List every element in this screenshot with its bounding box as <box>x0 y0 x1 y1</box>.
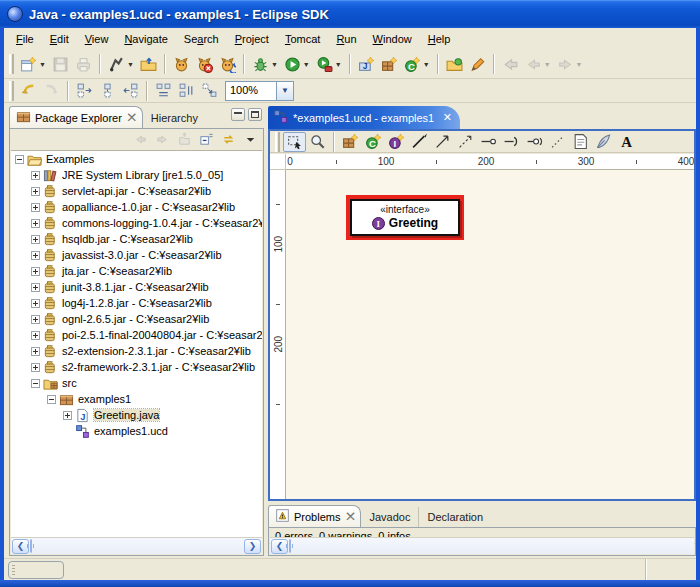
tab-examples1-ucd[interactable]: *examples1.ucd - examples1 ✕ <box>268 106 460 129</box>
print-icon[interactable] <box>72 52 95 76</box>
collapse-all-icon[interactable] <box>196 130 217 148</box>
diagram-canvas[interactable]: «interface» I Greeting <box>286 170 694 499</box>
add-package-icon[interactable] <box>339 132 362 152</box>
align-left-icon[interactable] <box>73 79 96 103</box>
tab-hierarchy[interactable]: Hierarchy <box>143 108 206 128</box>
tree-item-aopalliance-1.0.jar[interactable]: aopalliance-1.0.jar - C:¥seasar2¥lib <box>11 199 262 215</box>
distribute-v-icon[interactable] <box>175 79 198 103</box>
distribute-grid-icon[interactable] <box>198 79 221 103</box>
generalization-icon[interactable] <box>500 132 523 152</box>
toolbar-grip[interactable] <box>9 54 14 74</box>
zoom-tool-icon[interactable] <box>306 132 329 152</box>
new-wizard-icon[interactable]: ▼ <box>17 52 49 76</box>
realization-icon[interactable] <box>477 132 500 152</box>
forward-icon[interactable]: ▼ <box>554 52 586 76</box>
tree-item-s2-extension-2.3.1.jar[interactable]: s2-extension-2.3.1.jar - C:¥seasar2¥lib <box>11 343 262 359</box>
select-tool-icon[interactable] <box>283 132 306 152</box>
save-icon[interactable] <box>49 52 72 76</box>
tree-item-hsqldb.jar[interactable]: hsqldb.jar - C:¥seasar2¥lib <box>11 231 262 247</box>
menu-project[interactable]: Project <box>227 30 277 48</box>
tree-expander-icon[interactable] <box>31 219 40 228</box>
tomcat-stop-icon[interactable] <box>193 52 216 76</box>
run-external-icon[interactable]: ▼ <box>313 52 345 76</box>
menu-search[interactable]: Search <box>176 30 227 48</box>
note-icon[interactable] <box>569 132 592 152</box>
tab-javadoc[interactable]: Javadoc <box>361 507 419 527</box>
tree-item-greeting.java[interactable]: JGreeting.java <box>11 407 262 423</box>
zoom-value[interactable]: 100% <box>225 81 277 101</box>
aggregation-icon[interactable] <box>523 132 546 152</box>
tree-expander-icon[interactable] <box>31 203 40 212</box>
association-icon[interactable] <box>408 132 431 152</box>
menu-file[interactable]: File <box>8 30 42 48</box>
mark-pen-icon[interactable] <box>466 52 489 76</box>
scrollbar-thumb[interactable] <box>289 539 291 553</box>
tree-item-jta.jar[interactable]: jta.jar - C:¥seasar2¥lib <box>11 263 262 279</box>
distribute-h-icon[interactable] <box>152 79 175 103</box>
tree-expander-icon[interactable] <box>31 331 40 340</box>
menu-navigate[interactable]: Navigate <box>116 30 175 48</box>
zoom-dropdown-button[interactable]: ▼ <box>277 81 294 101</box>
align-right-icon[interactable] <box>119 79 142 103</box>
tree-expander-icon[interactable] <box>31 251 40 260</box>
tomcat-restart-icon[interactable] <box>216 52 239 76</box>
tab-declaration[interactable]: Declaration <box>419 507 491 527</box>
undo-layout-icon[interactable] <box>17 79 40 103</box>
tree-item-junit-3.8.1.jar[interactable]: junit-3.8.1.jar - C:¥seasar2¥lib <box>11 279 262 295</box>
last-edit-location-icon[interactable] <box>499 52 522 76</box>
dependency-icon[interactable] <box>454 132 477 152</box>
align-center-icon[interactable] <box>96 79 119 103</box>
tree-item-ognl-2.6.5.jar[interactable]: ognl-2.6.5.jar - C:¥seasar2¥lib <box>11 311 262 327</box>
package-explorer-hscrollbar[interactable]: ❮ ❯ <box>11 537 262 554</box>
tree-expander-icon[interactable] <box>63 411 72 420</box>
tree-item-jre[interactable]: JRE System Library [jre1.5.0_05] <box>11 167 262 183</box>
open-type-icon[interactable] <box>443 52 466 76</box>
menu-tomcat[interactable]: Tomcat <box>277 30 328 48</box>
nav-forward-icon[interactable] <box>152 130 173 148</box>
tree-expander-icon[interactable] <box>31 235 40 244</box>
tree-expander-icon[interactable] <box>31 315 40 324</box>
close-tab-icon[interactable]: ⨉ <box>346 511 354 523</box>
menu-view[interactable]: View <box>77 30 117 48</box>
minimize-view-button[interactable] <box>231 108 245 121</box>
tree-item-s2-framework-2.3.1.jar[interactable]: s2-framework-2.3.1.jar - C:¥seasar2¥lib <box>11 359 262 375</box>
deploy-folder-icon[interactable] <box>137 52 160 76</box>
close-tab-icon[interactable]: ⨉ <box>128 112 136 124</box>
attachment-icon[interactable] <box>592 132 615 152</box>
new-java-project-icon[interactable]: J <box>355 52 378 76</box>
toolbar-grip[interactable] <box>275 132 280 152</box>
tree-item-servlet-api.jar[interactable]: servlet-api.jar - C:¥seasar2¥lib <box>11 183 262 199</box>
menu-edit[interactable]: Edit <box>42 30 77 48</box>
nav-back-icon[interactable] <box>130 130 151 148</box>
interface-node-greeting[interactable]: «interface» I Greeting <box>350 199 460 236</box>
tree-item-commons-logging-1.0.4.jar[interactable]: commons-logging-1.0.4.jar - C:¥seasar2¥l… <box>11 215 262 231</box>
maximize-view-button[interactable] <box>248 108 262 121</box>
menu-help[interactable]: Help <box>420 30 459 48</box>
tab-problems[interactable]: Problems ⨉ <box>268 505 361 527</box>
add-interface-icon[interactable]: I <box>385 132 408 152</box>
fast-view-bar[interactable] <box>8 561 64 579</box>
tab-package-explorer[interactable]: Package Explorer ⨉ <box>9 106 143 128</box>
tree-expander-icon[interactable] <box>31 187 40 196</box>
tree-expander-icon[interactable] <box>31 363 40 372</box>
tree-expander-icon[interactable] <box>31 347 40 356</box>
view-menu-icon[interactable] <box>240 130 261 148</box>
tree-item-examples1.ucd[interactable]: examples1.ucd <box>11 423 262 439</box>
nav-up-icon[interactable] <box>174 130 195 148</box>
tree-expander-icon[interactable] <box>31 379 40 388</box>
run-icon[interactable]: ▼ <box>281 52 313 76</box>
tree-item-examples[interactable]: Examples <box>11 151 262 167</box>
problems-hscrollbar[interactable]: ❮ <box>270 537 694 554</box>
tree-item-javassist-3.0.jar[interactable]: javassist-3.0.jar - C:¥seasar2¥lib <box>11 247 262 263</box>
redo-layout-icon[interactable] <box>40 79 63 103</box>
zoom-combo[interactable]: 100% ▼ <box>225 81 294 101</box>
tree-expander-icon[interactable] <box>47 395 56 404</box>
directed-association-icon[interactable] <box>431 132 454 152</box>
tree-expander-icon[interactable] <box>31 299 40 308</box>
scroll-right-icon[interactable]: ❯ <box>244 539 261 554</box>
dotted-line-icon[interactable] <box>546 132 569 152</box>
tree-expander-icon[interactable] <box>31 267 40 276</box>
tomcat-start-icon[interactable] <box>170 52 193 76</box>
back-icon[interactable]: ▼ <box>522 52 554 76</box>
link-editor-icon[interactable] <box>218 130 239 148</box>
